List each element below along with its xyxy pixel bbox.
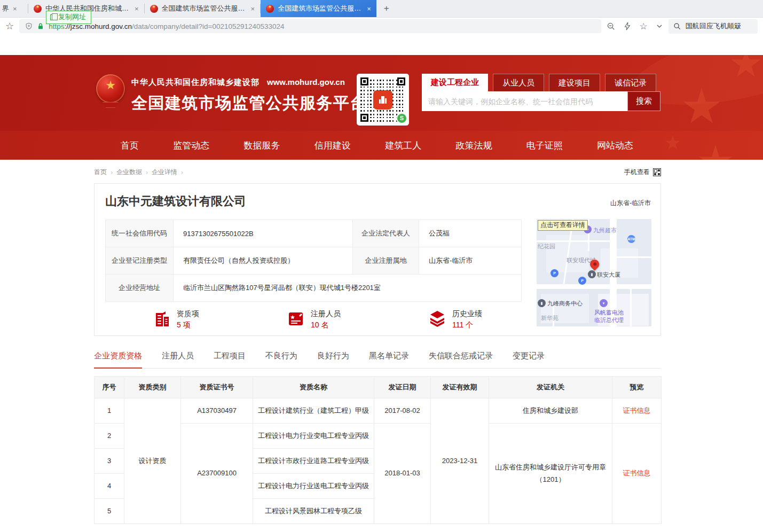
stat-label: 注册人员 [311, 309, 341, 319]
address-bar[interactable]: https://jzsc.mohurd.gov.cn/data/company/… [19, 19, 601, 33]
battery-poi-icon: ▾ [600, 299, 608, 307]
search-tab-personnel[interactable]: 从业人员 [493, 74, 544, 91]
row-no: 4 [95, 474, 124, 499]
reg-place-label: 企业注册属地 [353, 247, 419, 275]
stat-registered-personnel: 注册人员 10 名 [286, 309, 341, 330]
parking-icon: P [550, 269, 559, 277]
parking-label: P [553, 271, 556, 275]
search-tab-project[interactable]: 建设项目 [549, 74, 600, 91]
close-icon[interactable]: × [367, 5, 371, 12]
map-label-battery-1: 风帆蓄电池 [594, 309, 624, 317]
lightning-icon[interactable] [623, 22, 632, 30]
header-search-panel: 建设工程企业 从业人员 建设项目 诚信记录 搜索 [422, 74, 660, 111]
row-no: 5 [95, 499, 124, 524]
location-map[interactable]: ▾ 九州超市 ATM 纪花园 联安现代城 P P ▮ 联安大厦 ▮ 九峰商务中心… [537, 219, 651, 326]
cert-no: A137030497 [181, 398, 253, 424]
building-icon [152, 309, 171, 328]
col-category: 资质类别 [124, 377, 181, 398]
col-name: 资质名称 [253, 377, 374, 398]
credit-code-label: 统一社会信用代码 [106, 220, 174, 247]
qr-code-icon [653, 168, 661, 176]
qualification-name: 工程设计建筑行业（建筑工程）甲级 [253, 398, 374, 424]
nav-item-credit[interactable]: 信用建设 [314, 139, 351, 152]
nav-item-data-service[interactable]: 数据服务 [244, 139, 280, 152]
favorite-star-icon[interactable]: ☆ [640, 22, 648, 31]
certificate-info-link[interactable]: 证书信息 [623, 469, 651, 477]
qr-finder-icon [397, 77, 405, 85]
breadcrumb-home[interactable]: 首页 [94, 168, 107, 177]
close-icon[interactable]: × [13, 5, 17, 12]
mobile-view-link[interactable]: 手机查看 [624, 168, 661, 177]
cert-no: A237009100 [181, 424, 253, 524]
qr-finder-icon [360, 77, 368, 85]
platform-title: 全国建筑市场监管公共服务平台 [131, 92, 367, 114]
stat-label: 历史业绩 [452, 309, 482, 319]
nav-item-site-news[interactable]: 网站动态 [597, 139, 633, 152]
address-value: 临沂市兰山区陶然路107号星河晶都（联安）现代城1号楼2201室 [174, 275, 522, 302]
qualification-table: 序号 资质类别 资质证书号 资质名称 发证日期 发证有效期 发证机关 预览 1 … [94, 376, 662, 524]
quick-search-text: 国航回应飞机颠簸 [686, 21, 741, 31]
nav-item-workers[interactable]: 建筑工人 [385, 139, 421, 152]
tab-change-records[interactable]: 变更记录 [513, 351, 545, 368]
search-tab-enterprise[interactable]: 建设工程企业 [422, 74, 488, 91]
nav-item-supervision[interactable]: 监管动态 [173, 139, 209, 152]
chevron-down-icon[interactable] [656, 22, 663, 30]
browser-tab-active[interactable]: 全国建筑市场监管公共服务平台 × [261, 0, 376, 17]
search-button[interactable]: 搜索 [627, 91, 660, 111]
legal-rep-value: 公茂福 [419, 220, 522, 247]
main-navigation: 首页 监管动态 数据服务 信用建设 建筑工人 政策法规 电子证照 网站动态 [0, 131, 763, 160]
tab-qualifications[interactable]: 企业资质资格 [94, 351, 142, 368]
parking-label: P [581, 279, 584, 283]
stat-qualifications: 资质项 5 项 [152, 309, 199, 330]
issuing-authority: 山东省住房和城乡建设厅许可专用章（1201） [489, 424, 612, 524]
mobile-view-label: 手机查看 [624, 168, 650, 177]
reg-type-label: 企业登记注册类型 [106, 247, 174, 275]
breadcrumb: 首页 企业数据 企业详情 手机查看 [94, 168, 661, 177]
row-no: 2 [95, 424, 124, 449]
tab-dishonesty-records[interactable]: 失信联合惩戒记录 [429, 351, 493, 368]
ministry-website: www.mohurd.gov.cn [267, 77, 345, 87]
breadcrumb-company-data[interactable]: 企业数据 [116, 168, 142, 177]
col-no: 序号 [95, 377, 124, 398]
copy-icon [50, 14, 55, 20]
shield-plus-icon[interactable] [25, 22, 33, 30]
browser-quick-search[interactable]: 国航回应飞机颠簸 [668, 19, 758, 34]
nav-item-home[interactable]: 首页 [121, 139, 139, 152]
map-label-supermarket: 九州超市 [593, 226, 617, 234]
company-info-table: 统一社会信用代码 91371302675501022B 企业法定代表人 公茂福 … [105, 220, 522, 302]
site-title-block: 中华人民共和国住房和城乡建设部 www.mohurd.gov.cn 全国建筑市场… [131, 77, 367, 114]
header-search-input[interactable] [422, 91, 627, 111]
bookmark-star-icon[interactable]: ☆ [5, 21, 14, 31]
stat-value: 10 名 [311, 320, 341, 330]
map-label-battery-2: 临沂总代理 [594, 316, 624, 324]
zoom-out-icon[interactable] [607, 22, 615, 30]
new-tab-button[interactable]: + [376, 3, 397, 14]
preview-cell: 证书信息 [612, 398, 662, 424]
nav-item-policy[interactable]: 政策法规 [455, 139, 492, 152]
browser-tab-bar: 界 × 中华人民共和国住房和城乡建设 × 全国建筑市场监管公共服务平台 × 全国… [0, 0, 763, 18]
browser-tab-jzsc[interactable]: 全国建筑市场监管公共服务平台 × [145, 0, 261, 17]
emblem-favicon-icon [34, 5, 42, 13]
search-tab-credit[interactable]: 诚信记录 [605, 74, 656, 91]
tab-good-behavior[interactable]: 良好行为 [317, 351, 349, 368]
certificate-info-link[interactable]: 证书信息 [623, 406, 651, 414]
browser-tab-partial[interactable]: 界 × [0, 0, 28, 17]
emblem-favicon-icon [266, 5, 274, 13]
tab-bad-behavior[interactable]: 不良行为 [265, 351, 297, 368]
url-path: /data/company/detail?id=0021052912405330… [132, 22, 285, 30]
tab-projects[interactable]: 工程项目 [214, 351, 246, 368]
reg-place-value: 山东省-临沂市 [419, 247, 522, 275]
tab-title: 界 [2, 4, 9, 13]
tab-blacklist[interactable]: 黑名单记录 [369, 351, 409, 368]
nav-item-e-license[interactable]: 电子证照 [526, 139, 563, 152]
col-issue-date: 发证日期 [374, 377, 431, 398]
ministry-name: 中华人民共和国住房和城乡建设部 [131, 77, 259, 88]
stat-value: 5 项 [177, 320, 199, 330]
table-header-row: 序号 资质类别 资质证书号 资质名称 发证日期 发证有效期 发证机关 预览 [95, 377, 662, 398]
close-icon[interactable]: × [251, 5, 255, 12]
office-poi-icon: ▮ [538, 299, 546, 307]
tab-registered-personnel[interactable]: 注册人员 [162, 351, 194, 368]
stat-label: 资质项 [177, 309, 199, 319]
close-icon[interactable]: × [135, 5, 139, 12]
search-icon [673, 22, 681, 30]
